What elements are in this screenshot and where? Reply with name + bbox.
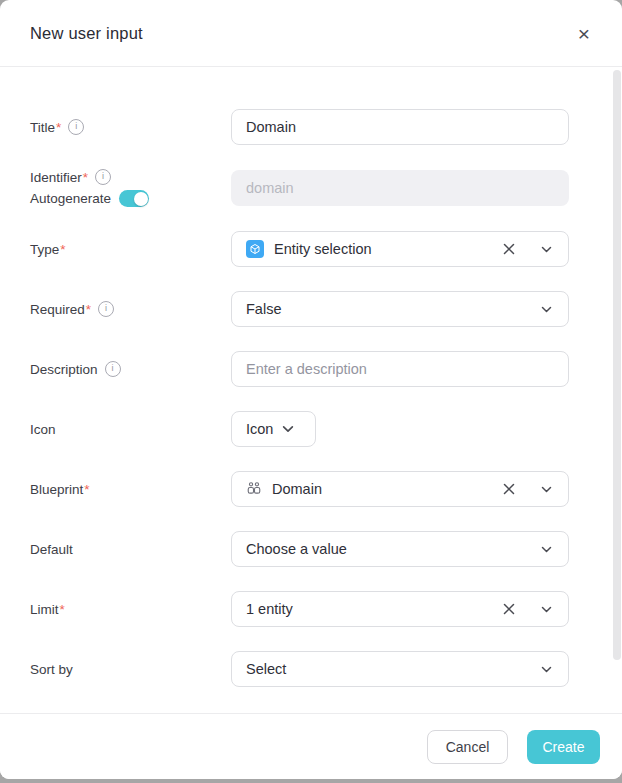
chevron-down-icon[interactable] (541, 606, 552, 613)
clear-icon[interactable] (503, 483, 515, 495)
chevron-down-icon[interactable] (541, 666, 552, 673)
title-label: Title (30, 120, 55, 135)
clear-icon[interactable] (503, 243, 515, 255)
sort-by-value: Select (246, 661, 531, 677)
field-row-sort-by: Sort by Select (30, 651, 592, 687)
icon-select[interactable]: Icon (231, 411, 316, 447)
description-input[interactable] (231, 351, 569, 387)
field-row-default: Default Choose a value (30, 531, 592, 567)
sort-by-select[interactable]: Select (231, 651, 569, 687)
chevron-down-icon[interactable] (541, 546, 552, 553)
default-label: Default (30, 542, 73, 557)
field-row-description: Description i (30, 351, 592, 387)
modal-footer: Cancel Create (0, 713, 622, 779)
chevron-down-icon[interactable] (541, 306, 552, 313)
autogenerate-toggle[interactable] (119, 190, 149, 207)
modal-title: New user input (30, 24, 570, 43)
required-marker: * (83, 170, 88, 185)
required-select[interactable]: False (231, 291, 569, 327)
field-row-required: Required* i False (30, 291, 592, 327)
type-label: Type (30, 242, 59, 257)
field-row-limit: Limit* 1 entity (30, 591, 592, 627)
autogenerate-label: Autogenerate (30, 191, 111, 206)
required-marker: * (86, 302, 91, 317)
scrollbar[interactable] (613, 70, 621, 660)
field-row-blueprint: Blueprint* Domain (30, 471, 592, 507)
field-row-title: Title* i (30, 109, 592, 145)
field-row-identifier: Identifier* i Autogenerate (30, 169, 592, 207)
sort-by-label: Sort by (30, 662, 73, 677)
blueprint-group-icon (246, 481, 262, 497)
field-row-icon: Icon Icon (30, 411, 592, 447)
icon-value: Icon (246, 421, 273, 437)
required-marker: * (60, 602, 65, 617)
info-icon[interactable]: i (68, 119, 84, 135)
close-icon[interactable]: × (570, 19, 598, 47)
default-select[interactable]: Choose a value (231, 531, 569, 567)
entity-cube-icon (246, 240, 264, 258)
type-select[interactable]: Entity selection (231, 231, 569, 267)
required-value: False (246, 301, 531, 317)
info-icon[interactable]: i (105, 361, 121, 377)
required-marker: * (84, 482, 89, 497)
modal-body: Title* i Identifier* i Autogenerate (0, 67, 622, 687)
chevron-down-icon (282, 425, 294, 433)
field-row-type: Type* Entity selection (30, 231, 592, 267)
description-label: Description (30, 362, 98, 377)
type-value: Entity selection (274, 241, 493, 257)
required-marker: * (60, 242, 65, 257)
clear-icon[interactable] (503, 603, 515, 615)
required-marker: * (56, 120, 61, 135)
modal-header: New user input × (0, 0, 622, 67)
blueprint-value: Domain (272, 481, 493, 497)
identifier-label: Identifier (30, 170, 82, 185)
required-label: Required (30, 302, 85, 317)
icon-label: Icon (30, 422, 56, 437)
blueprint-label: Blueprint (30, 482, 83, 497)
toggle-knob (134, 192, 148, 206)
info-icon[interactable]: i (95, 169, 111, 185)
blueprint-select[interactable]: Domain (231, 471, 569, 507)
limit-select[interactable]: 1 entity (231, 591, 569, 627)
create-button[interactable]: Create (527, 730, 600, 764)
default-value: Choose a value (246, 541, 531, 557)
chevron-down-icon[interactable] (541, 486, 552, 493)
limit-label: Limit (30, 602, 59, 617)
chevron-down-icon[interactable] (541, 246, 552, 253)
title-input[interactable] (231, 109, 569, 145)
info-icon[interactable]: i (98, 301, 114, 317)
identifier-input (231, 170, 569, 206)
cancel-button[interactable]: Cancel (427, 730, 508, 764)
limit-value: 1 entity (246, 601, 493, 617)
new-user-input-modal: New user input × Title* i Identifier* i (0, 0, 622, 779)
